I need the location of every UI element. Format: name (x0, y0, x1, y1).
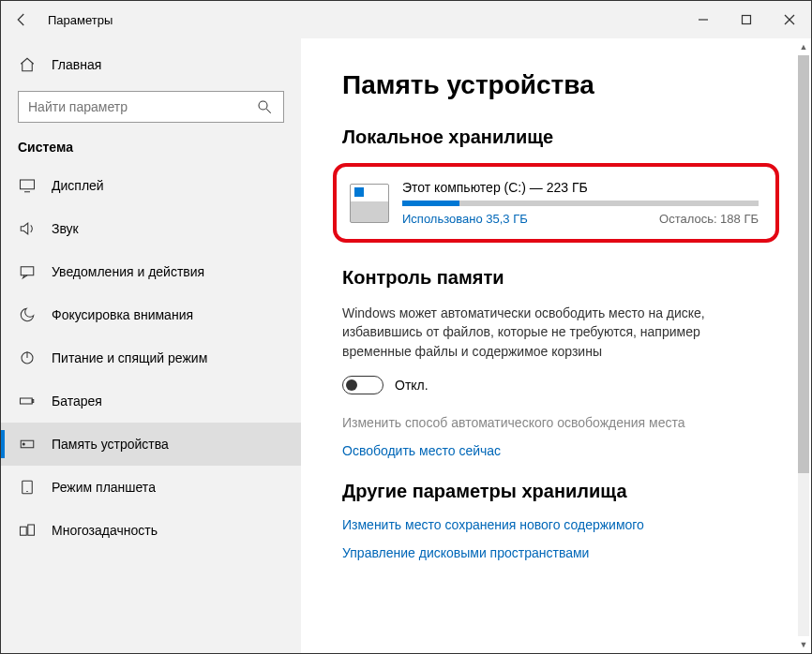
power-icon (18, 349, 37, 367)
search-icon (255, 97, 274, 116)
svg-rect-1 (743, 16, 751, 24)
nav-label: Память устройства (52, 437, 169, 452)
svg-point-14 (23, 443, 24, 445)
svg-point-4 (259, 101, 267, 110)
svg-rect-12 (32, 400, 34, 403)
nav-power-sleep[interactable]: Питание и спящий режим (1, 336, 301, 379)
home-icon (18, 55, 37, 74)
focus-icon (18, 305, 37, 324)
toggle-label: Откл. (395, 378, 429, 393)
drive-icon (350, 184, 389, 223)
nav-label: Фокусировка внимания (52, 307, 193, 322)
category-heading: Система (1, 136, 301, 164)
nav-label: Многозадачность (52, 523, 158, 538)
svg-rect-17 (21, 527, 27, 535)
storage-sense-heading: Контроль памяти (342, 267, 770, 289)
nav-label: Режим планшета (52, 480, 156, 495)
nav-sound[interactable]: Звук (1, 207, 301, 250)
drive-card[interactable]: Этот компьютер (C:) — 223 ГБ Использован… (333, 163, 779, 243)
manage-storage-spaces-link[interactable]: Управление дисковыми пространствами (342, 545, 770, 560)
main-content: Память устройства Локальное хранилище Эт… (301, 38, 811, 653)
nav-notifications[interactable]: Уведомления и действия (1, 250, 301, 293)
nav-label: Дисплей (52, 178, 104, 193)
svg-rect-18 (28, 525, 35, 535)
home-label: Главная (52, 57, 101, 72)
svg-rect-11 (21, 398, 33, 404)
scroll-down-button[interactable]: ▼ (796, 636, 811, 653)
nav-storage[interactable]: Память устройства (1, 423, 301, 466)
window-close-button[interactable] (768, 1, 811, 38)
nav-tablet-mode[interactable]: Режим планшета (1, 466, 301, 509)
nav-label: Питание и спящий режим (52, 350, 207, 365)
window-maximize-button[interactable] (725, 1, 768, 38)
change-save-location-link[interactable]: Изменить место сохранения нового содержи… (342, 517, 770, 532)
nav-battery[interactable]: Батарея (1, 379, 301, 423)
storage-icon (18, 435, 37, 453)
back-button[interactable] (1, 1, 42, 38)
home-nav[interactable]: Главная (1, 46, 301, 83)
search-input[interactable] (28, 99, 248, 114)
drive-name: Этот компьютер (C:) — 223 ГБ (402, 180, 759, 195)
scroll-track[interactable] (798, 55, 809, 636)
nav-multitasking[interactable]: Многозадачность (1, 509, 301, 552)
search-box[interactable] (18, 91, 284, 123)
titlebar: Параметры (1, 1, 811, 38)
storage-sense-toggle[interactable] (342, 376, 383, 394)
svg-line-5 (266, 109, 271, 113)
multitasking-icon (18, 521, 37, 540)
sound-icon (18, 219, 37, 238)
nav-label: Батарея (52, 394, 102, 409)
display-icon (18, 176, 37, 195)
svg-rect-6 (21, 180, 35, 189)
sidebar: Главная Система Дисплей Звук Уведомления… (1, 38, 301, 653)
nav-display[interactable]: Дисплей (1, 164, 301, 207)
scroll-thumb[interactable] (798, 55, 809, 473)
storage-bar-fill (402, 201, 459, 206)
local-storage-heading: Локальное хранилище (342, 126, 770, 148)
storage-sense-desc: Windows может автоматически освободить м… (342, 304, 736, 361)
change-auto-free-link: Изменить способ автоматического освобожд… (342, 415, 770, 430)
nav-label: Звук (52, 221, 79, 236)
scrollbar-vertical[interactable]: ▲ ▼ (796, 38, 811, 653)
notifications-icon (18, 262, 37, 281)
nav-label: Уведомления и действия (52, 264, 204, 279)
svg-rect-8 (21, 267, 34, 275)
free-now-link[interactable]: Освободить место сейчас (342, 443, 770, 458)
battery-icon (18, 392, 37, 410)
tablet-icon (18, 478, 37, 497)
drive-remaining-label: Осталось: 188 ГБ (659, 212, 759, 226)
window-minimize-button[interactable] (682, 1, 725, 38)
drive-used-label[interactable]: Использовано 35,3 ГБ (402, 212, 528, 226)
nav-focus-assist[interactable]: Фокусировка внимания (1, 293, 301, 336)
window-title: Параметры (48, 13, 113, 27)
other-storage-heading: Другие параметры хранилища (342, 481, 770, 502)
scroll-up-button[interactable]: ▲ (796, 38, 811, 55)
storage-bar (402, 201, 759, 206)
page-title: Память устройства (342, 70, 770, 100)
